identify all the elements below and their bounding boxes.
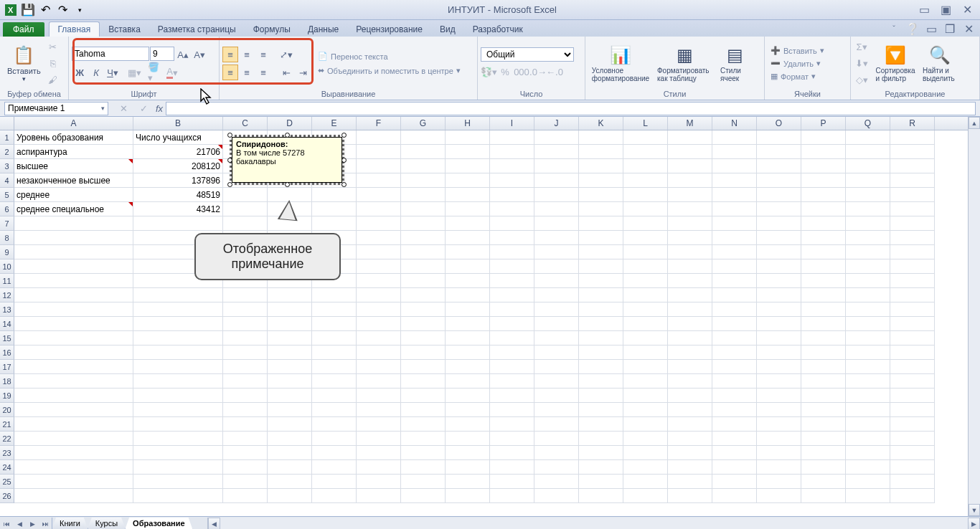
cell-E15[interactable] — [312, 331, 357, 345]
sheet-tab-Образование[interactable]: Образование — [125, 518, 193, 529]
cell-K1[interactable] — [579, 130, 623, 145]
cell-D15[interactable] — [268, 331, 312, 345]
cell-N9[interactable] — [712, 245, 757, 259]
cell-A20[interactable] — [14, 403, 133, 417]
align-middle-icon[interactable]: ≡ — [239, 47, 255, 62]
cell-Q15[interactable] — [846, 331, 890, 345]
cell-R26[interactable] — [890, 489, 935, 503]
cell-P17[interactable] — [801, 360, 846, 374]
cell-D12[interactable] — [268, 288, 312, 302]
cell-P21[interactable] — [801, 417, 846, 432]
cell-E12[interactable] — [312, 288, 357, 302]
align-right-icon[interactable]: ≡ — [255, 65, 271, 80]
cell-M23[interactable] — [668, 446, 712, 460]
cut-icon[interactable]: ✂ — [45, 39, 61, 55]
cell-D16[interactable] — [268, 345, 312, 360]
cell-H11[interactable] — [446, 274, 490, 288]
cell-B3[interactable]: 208120 — [133, 159, 223, 173]
column-header-C[interactable]: C — [223, 117, 268, 130]
cell-H23[interactable] — [446, 446, 490, 460]
cell-K20[interactable] — [579, 403, 623, 417]
format-cells-button[interactable]: ▦Формат ▾ — [768, 70, 827, 82]
cell-L10[interactable] — [623, 259, 668, 274]
cell-E24[interactable] — [312, 460, 357, 475]
cell-F19[interactable] — [357, 389, 401, 403]
row-header-17[interactable]: 17 — [0, 360, 14, 374]
font-color-icon[interactable]: A▾ — [164, 65, 180, 80]
cell-A7[interactable] — [14, 216, 133, 231]
cell-E23[interactable] — [312, 446, 357, 460]
cell-B14[interactable] — [133, 317, 223, 331]
cell-D24[interactable] — [268, 460, 312, 475]
row-header-12[interactable]: 12 — [0, 288, 14, 302]
cell-Q23[interactable] — [846, 446, 890, 460]
cell-C22[interactable] — [223, 432, 268, 446]
cell-G15[interactable] — [401, 331, 446, 345]
row-header-6[interactable]: 6 — [0, 202, 14, 216]
tab-developer[interactable]: Разработчик — [464, 22, 532, 37]
column-header-H[interactable]: H — [446, 117, 490, 130]
cell-N5[interactable] — [712, 188, 757, 202]
cell-A13[interactable] — [14, 302, 133, 317]
cell-R5[interactable] — [890, 188, 935, 202]
cell-J16[interactable] — [534, 345, 579, 360]
cell-E19[interactable] — [312, 389, 357, 403]
cell-H9[interactable] — [446, 245, 490, 259]
font-name-select[interactable] — [72, 47, 149, 61]
cell-Q16[interactable] — [846, 345, 890, 360]
cell-M22[interactable] — [668, 432, 712, 446]
cell-A5[interactable]: среднее — [14, 188, 133, 202]
delete-cells-button[interactable]: ➖Удалить ▾ — [768, 57, 827, 70]
cell-N8[interactable] — [712, 231, 757, 245]
cell-O7[interactable] — [757, 216, 801, 231]
cell-H18[interactable] — [446, 374, 490, 389]
cell-D13[interactable] — [268, 302, 312, 317]
cell-G14[interactable] — [401, 317, 446, 331]
scroll-right-icon[interactable]: ▶ — [968, 518, 980, 529]
cell-M2[interactable] — [668, 145, 712, 159]
column-header-I[interactable]: I — [490, 117, 534, 130]
cell-H8[interactable] — [446, 231, 490, 245]
cell-G16[interactable] — [401, 345, 446, 360]
cell-I3[interactable] — [490, 159, 534, 173]
row-header-4[interactable]: 4 — [0, 173, 14, 188]
cell-N2[interactable] — [712, 145, 757, 159]
cell-G17[interactable] — [401, 360, 446, 374]
cell-F22[interactable] — [357, 432, 401, 446]
cell-I17[interactable] — [490, 360, 534, 374]
cell-I18[interactable] — [490, 374, 534, 389]
cell-L13[interactable] — [623, 302, 668, 317]
cell-L8[interactable] — [623, 231, 668, 245]
cell-J23[interactable] — [534, 446, 579, 460]
cell-P3[interactable] — [801, 159, 846, 173]
cell-M5[interactable] — [668, 188, 712, 202]
tab-home[interactable]: Главная — [49, 22, 100, 37]
cell-I7[interactable] — [490, 216, 534, 231]
cell-H2[interactable] — [446, 145, 490, 159]
cell-E5[interactable] — [312, 188, 357, 202]
cell-F20[interactable] — [357, 403, 401, 417]
cell-M20[interactable] — [668, 403, 712, 417]
cell-K19[interactable] — [579, 389, 623, 403]
cell-P16[interactable] — [801, 345, 846, 360]
increase-font-icon[interactable]: A▴ — [175, 47, 191, 62]
cell-A22[interactable] — [14, 432, 133, 446]
row-header-14[interactable]: 14 — [0, 317, 14, 331]
cell-P14[interactable] — [801, 317, 846, 331]
cell-O22[interactable] — [757, 432, 801, 446]
cell-P13[interactable] — [801, 302, 846, 317]
cell-A24[interactable] — [14, 460, 133, 475]
cell-R25[interactable] — [890, 475, 935, 489]
cell-M11[interactable] — [668, 274, 712, 288]
cell-L23[interactable] — [623, 446, 668, 460]
number-format-select[interactable]: Общий — [481, 47, 574, 62]
cell-I4[interactable] — [490, 173, 534, 188]
cell-O12[interactable] — [757, 288, 801, 302]
cell-styles-button[interactable]: ▤Стили ячеек — [716, 40, 753, 87]
cell-B7[interactable] — [133, 216, 223, 231]
cell-I16[interactable] — [490, 345, 534, 360]
cell-K9[interactable] — [579, 245, 623, 259]
decrease-decimal-icon[interactable]: ←.0 — [547, 64, 562, 80]
cell-K12[interactable] — [579, 288, 623, 302]
cell-R23[interactable] — [890, 446, 935, 460]
